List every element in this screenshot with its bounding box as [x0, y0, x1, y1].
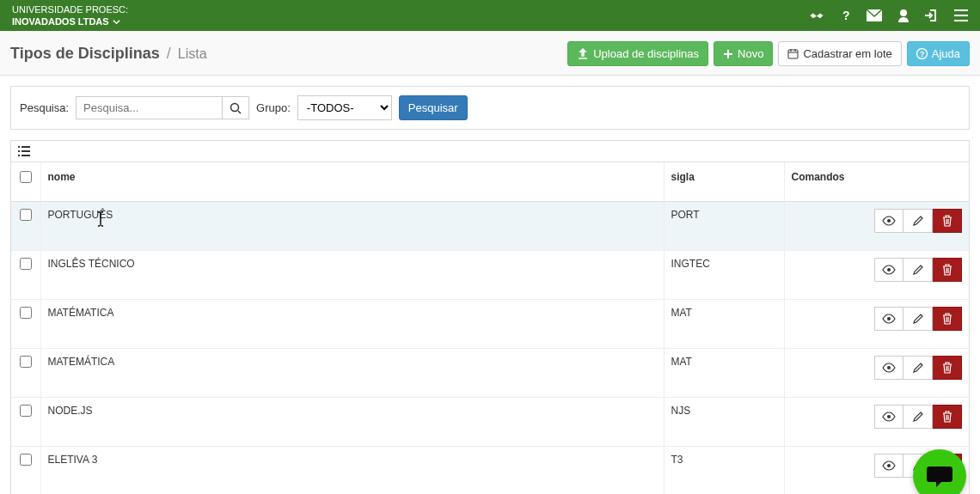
- eye-icon: [882, 314, 896, 324]
- view-button[interactable]: [874, 454, 903, 478]
- cell-sigla: MAT: [664, 349, 784, 398]
- delete-button[interactable]: [933, 307, 962, 331]
- cell-nome: PORTUGUÊS: [40, 202, 664, 251]
- cell-sigla: INGTEC: [664, 251, 784, 300]
- action-buttons: Upload de disciplinas Novo Cadastrar em …: [567, 41, 970, 66]
- cell-sigla: NJS: [664, 398, 784, 447]
- page-title-sub: Lista: [178, 46, 207, 62]
- svg-point-12: [887, 464, 891, 467]
- cell-nome: MATEMÁTICA: [40, 349, 664, 398]
- cell-nome: ELETIVA 3: [40, 447, 664, 495]
- svg-point-10: [887, 366, 891, 369]
- top-navbar: UNIVERSIDADE PROESC: INOVADADOS LTDAS ?: [0, 0, 980, 31]
- trash-icon: [942, 264, 952, 276]
- svg-point-2: [900, 9, 907, 16]
- view-button[interactable]: [874, 405, 903, 429]
- delete-button[interactable]: [933, 405, 962, 429]
- table-row: INGLÊS TÉCNICOINGTEC: [11, 251, 969, 300]
- svg-text:?: ?: [842, 9, 850, 22]
- org-name[interactable]: INOVADADOS LTDAS: [12, 15, 109, 27]
- chevron-down-icon[interactable]: [113, 18, 120, 26]
- svg-point-9: [887, 317, 891, 320]
- cell-comandos: [784, 251, 969, 300]
- row-checkbox[interactable]: [20, 209, 32, 221]
- novo-button[interactable]: Novo: [714, 41, 773, 66]
- upload-icon: [577, 48, 589, 60]
- row-checkbox[interactable]: [20, 405, 32, 417]
- disciplines-table: nome sigla Comandos PORTUGUÊSPORTINGLÊS …: [11, 162, 969, 494]
- upload-disciplinas-button[interactable]: Upload de disciplinas: [567, 41, 708, 66]
- row-checkbox[interactable]: [20, 258, 32, 270]
- logout-icon[interactable]: [925, 9, 939, 22]
- cell-comandos: [784, 349, 969, 398]
- row-checkbox[interactable]: [20, 454, 32, 466]
- th-nome[interactable]: nome: [40, 162, 664, 202]
- search-icon: [230, 102, 242, 114]
- edit-button[interactable]: [903, 356, 933, 380]
- svg-text:?: ?: [920, 50, 925, 58]
- view-button[interactable]: [874, 356, 903, 380]
- row-checkbox[interactable]: [20, 307, 32, 319]
- svg-point-6: [231, 103, 239, 111]
- edit-button[interactable]: [903, 209, 933, 233]
- trash-icon: [942, 313, 952, 325]
- cell-nome: MATÉMATICA: [40, 300, 664, 349]
- user-icon[interactable]: [897, 9, 910, 22]
- navbar-brand: UNIVERSIDADE PROESC: INOVADADOS LTDAS: [12, 3, 128, 28]
- select-all-checkbox[interactable]: [20, 171, 32, 183]
- calendar-icon: [787, 48, 799, 59]
- cell-nome: INGLÊS TÉCNICO: [40, 251, 664, 300]
- help-icon[interactable]: ?: [841, 9, 851, 22]
- university-label: UNIVERSIDADE PROESC:: [12, 3, 128, 15]
- svg-rect-3: [788, 50, 798, 58]
- cell-sigla: PORT: [664, 202, 784, 251]
- cell-sigla: MAT: [664, 300, 784, 349]
- edit-button[interactable]: [903, 307, 933, 331]
- chat-icon: [926, 463, 953, 489]
- view-button[interactable]: [874, 209, 903, 233]
- view-button[interactable]: [874, 307, 903, 331]
- cadastrar-lote-button[interactable]: Cadastrar em lote: [778, 41, 901, 66]
- delete-button[interactable]: [933, 258, 962, 282]
- trash-icon: [942, 215, 952, 227]
- eye-icon: [882, 265, 896, 275]
- table-toolbar: [11, 141, 969, 162]
- th-comandos: Comandos: [784, 162, 969, 202]
- table-row: PORTUGUÊSPORT: [11, 202, 969, 251]
- cell-comandos: [784, 202, 969, 251]
- search-label: Pesquisa:: [20, 101, 69, 114]
- edit-button[interactable]: [903, 258, 933, 282]
- pencil-icon: [912, 411, 924, 423]
- search-button[interactable]: [222, 96, 249, 119]
- trash-icon: [942, 411, 952, 423]
- menu-icon[interactable]: [954, 9, 968, 21]
- view-button[interactable]: [874, 258, 903, 282]
- search-input[interactable]: [76, 96, 222, 119]
- handshake-icon[interactable]: [808, 9, 825, 22]
- table-panel: nome sigla Comandos PORTUGUÊSPORTINGLÊS …: [10, 140, 970, 494]
- plus-icon: [723, 49, 733, 59]
- cell-nome: NODE.JS: [40, 398, 664, 447]
- cell-comandos: [784, 398, 969, 447]
- group-select[interactable]: -TODOS-: [297, 95, 392, 120]
- pencil-icon: [912, 313, 924, 325]
- pesquisar-button[interactable]: Pesquisar: [399, 95, 468, 120]
- page-title: Tipos de Disciplinas / Lista: [10, 45, 207, 63]
- svg-point-8: [887, 268, 891, 271]
- th-sigla[interactable]: sigla: [664, 162, 784, 202]
- mail-icon[interactable]: [867, 9, 882, 21]
- list-icon[interactable]: [18, 146, 962, 156]
- trash-icon: [942, 362, 952, 374]
- edit-button[interactable]: [903, 405, 933, 429]
- ajuda-button[interactable]: ? Ajuda: [907, 41, 970, 66]
- table-row: ELETIVA 3T3: [11, 447, 969, 495]
- pencil-icon: [912, 362, 924, 374]
- delete-button[interactable]: [933, 209, 962, 233]
- table-row: MATÉMATICAMAT: [11, 300, 969, 349]
- page-header: Tipos de Disciplinas / Lista Upload de d…: [0, 31, 980, 76]
- row-checkbox[interactable]: [20, 356, 32, 368]
- delete-button[interactable]: [933, 356, 962, 380]
- question-circle-icon: ?: [916, 48, 928, 59]
- svg-point-11: [887, 415, 891, 418]
- navbar-right: ?: [808, 9, 968, 22]
